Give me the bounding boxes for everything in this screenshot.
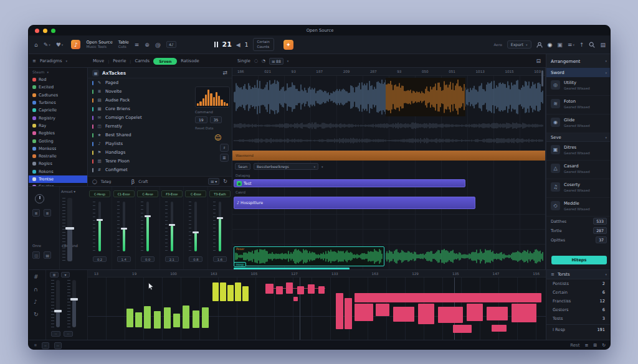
search-icon[interactable]: [589, 42, 595, 48]
hosp-tag[interactable]: Hosp: [234, 262, 246, 267]
fader-handle[interactable]: [145, 215, 151, 217]
midi-note[interactable]: [212, 282, 219, 301]
browser-item[interactable]: ≣Novelte: [88, 87, 194, 96]
browser-item[interactable]: #Configmet: [88, 166, 194, 174]
loop-tool-icon[interactable]: ↻: [34, 311, 39, 317]
velocity-fader-2[interactable]: [72, 280, 76, 327]
lock-icon[interactable]: ◌: [254, 58, 258, 63]
midi-clip-test[interactable]: ▦ Test: [234, 179, 465, 187]
midi-note[interactable]: [154, 311, 161, 329]
sidebar-item[interactable]: Rokens: [29, 168, 87, 175]
midi-note[interactable]: [193, 310, 199, 328]
value-box[interactable]: 35: [210, 116, 222, 123]
upload-icon[interactable]: ↑: [579, 42, 584, 48]
chevron-down-icon[interactable]: ▾: [321, 165, 323, 169]
mixer-channel[interactable]: C-Rese0.0: [136, 187, 160, 270]
time-signature-box[interactable]: Certain Counts: [253, 38, 274, 51]
browser-header[interactable]: ▦ AxTackes ⇄: [88, 68, 232, 78]
eq-icon[interactable]: ◫: [32, 251, 40, 259]
minimize-window-icon[interactable]: [43, 29, 47, 33]
master-knob[interactable]: [35, 194, 44, 203]
fader-badge[interactable]: ≣: [50, 272, 59, 278]
midi-note[interactable]: [355, 304, 373, 321]
sidebar-item[interactable]: Gotling: [29, 137, 87, 144]
midi-note[interactable]: [393, 307, 414, 322]
clipboard-icon[interactable]: ▤: [600, 42, 606, 48]
midi-note[interactable]: [487, 307, 508, 320]
eq-button[interactable]: ··: [51, 331, 60, 337]
fx-button[interactable]: ··: [64, 331, 73, 337]
swap-icon[interactable]: ⇄: [222, 70, 227, 76]
midi-note[interactable]: [173, 314, 180, 327]
midi-note[interactable]: [202, 307, 209, 328]
status-toggle[interactable]: ··: [54, 342, 62, 349]
source-dropdown[interactable]: Bessterbeelkregs▾: [254, 163, 318, 170]
hiteps-button[interactable]: Hiteps: [551, 256, 607, 264]
stat-row[interactable]: Datthes533: [546, 217, 611, 226]
sidebar-item[interactable]: Red: [29, 76, 87, 83]
midi-note[interactable]: [512, 304, 536, 322]
sidebar-item[interactable]: Caprielle: [29, 106, 87, 114]
master-fader-handle[interactable]: [65, 227, 74, 230]
favorite-tool-icon[interactable]: ♥▾: [56, 42, 64, 48]
channel-fader[interactable]: [171, 202, 173, 251]
browser-item[interactable]: ▥Tesre Ploon: [88, 157, 194, 166]
midi-note[interactable]: [467, 304, 483, 321]
sean-button[interactable]: Sean: [235, 163, 250, 170]
arrangement-tracks[interactable]: Wavesend Sean Bessterbeelkregs▾ ▾ Dataps…: [232, 76, 546, 269]
note-canvas[interactable]: [88, 278, 546, 340]
midi-note[interactable]: [345, 298, 352, 329]
sidebar-item[interactable]: Rostralle: [29, 152, 87, 160]
sidebar-item[interactable]: Regbles: [29, 129, 87, 137]
browser-item[interactable]: ★Best Shared: [88, 131, 194, 139]
midi-note[interactable]: [183, 306, 189, 329]
inspector-item[interactable]: ◎UtilityGeared Wtsaed: [546, 77, 611, 96]
channel-fader[interactable]: [219, 202, 221, 251]
srven-button[interactable]: Srven: [153, 58, 177, 65]
midi-note[interactable]: [308, 284, 315, 294]
sidebar-item[interactable]: Cadtunes: [29, 91, 87, 99]
grid-tool-icon[interactable]: #: [34, 274, 39, 280]
highlight-button[interactable]: ✦: [283, 40, 293, 50]
midi-note[interactable]: [227, 285, 234, 301]
midi-note[interactable]: [235, 282, 241, 301]
record-icon[interactable]: ◉: [548, 42, 553, 48]
sidebar-item[interactable]: Turbines: [29, 99, 87, 106]
audio-waveform-green-right[interactable]: [386, 246, 544, 266]
arrangement-ruler[interactable]: 186021931872092879305005110131015103: [232, 68, 546, 76]
velocity-fader-1[interactable]: [56, 280, 60, 327]
channel-fader[interactable]: [146, 202, 149, 251]
wavesend-strip[interactable]: Wavesend: [232, 151, 546, 161]
seve-section-header[interactable]: Seve▾: [546, 133, 611, 142]
inspector-item[interactable]: ≋FotonGeared Wtsaed: [546, 96, 611, 114]
midi-note[interactable]: [126, 309, 133, 327]
arrangement-area[interactable]: 186021931872092879305005110131015103 Wav…: [232, 68, 546, 269]
export-dropdown[interactable]: Export▾: [507, 40, 531, 49]
collapse-icon[interactable]: ⊟: [536, 58, 541, 64]
stat-row[interactable]: Tortle287: [546, 226, 611, 235]
inspector-item[interactable]: ◉GlideGeared Wtsaed: [546, 114, 611, 133]
single-label[interactable]: Single: [237, 58, 250, 63]
sidebar-item[interactable]: Excited: [29, 83, 87, 91]
channel-fader[interactable]: [123, 202, 125, 251]
tab-carnds[interactable]: Carnds: [135, 58, 150, 63]
channel-fader[interactable]: [98, 202, 101, 251]
home-icon[interactable]: ⌂: [34, 42, 38, 48]
tab-ratisode[interactable]: Ratisode: [181, 58, 199, 63]
sidebar-item[interactable]: Ray: [29, 122, 87, 129]
totals-header[interactable]: ≡ Torsts ▾: [546, 270, 611, 279]
mixer-channel[interactable]: C-Esse0.8: [184, 187, 208, 270]
vertical-scrollbar[interactable]: [541, 70, 543, 86]
menu-icon[interactable]: ≡: [135, 42, 140, 48]
midi-clip-hosspitlure[interactable]: ♪ Hosspitlure: [234, 197, 475, 209]
right-panel-header[interactable]: Arrangement ▾: [546, 54, 611, 68]
craft-label[interactable]: Craft: [138, 179, 148, 184]
audio-waveform-dim-2[interactable]: [234, 134, 544, 147]
midi-note[interactable]: [418, 304, 434, 324]
browser-item[interactable]: ▤Audse Pack: [88, 96, 194, 105]
status-toggle[interactable]: ··: [42, 342, 49, 349]
sidebar-item[interactable]: Trentse: [29, 175, 87, 183]
midi-note[interactable]: [276, 286, 283, 294]
browser-item[interactable]: ♪Playlists: [88, 139, 194, 148]
mixer-channel[interactable]: C1-Esse1.4: [112, 187, 136, 270]
